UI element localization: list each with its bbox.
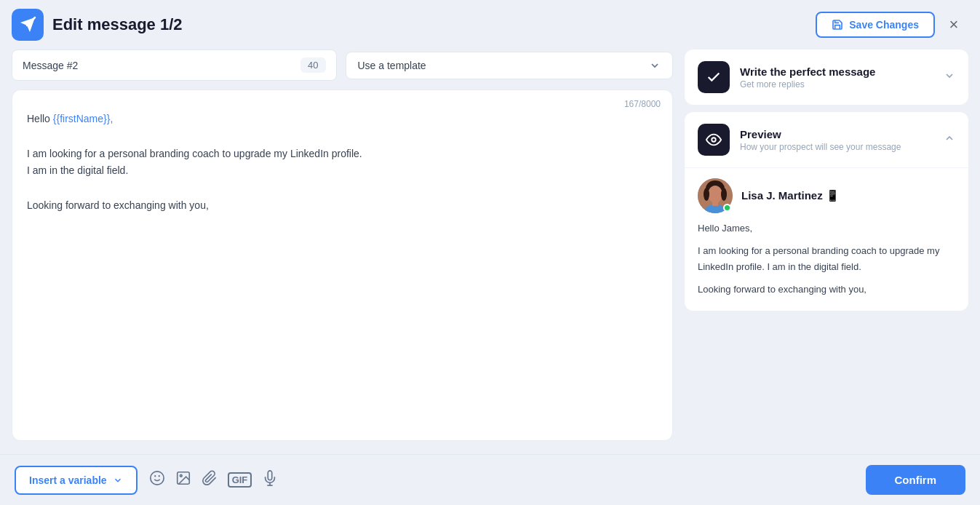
preview-message: Hello James, I am looking for a personal…: [698, 220, 955, 298]
preview-card-header[interactable]: Preview How your prospect will see your …: [685, 112, 968, 167]
close-button[interactable]: ×: [942, 13, 965, 36]
avatar-wrapper: [698, 178, 733, 213]
page-title: Edit message 1/2: [52, 15, 183, 34]
confirm-button[interactable]: Confirm: [866, 465, 966, 495]
microphone-icon[interactable]: [262, 470, 278, 490]
save-changes-button[interactable]: Save Changes: [816, 12, 935, 38]
preview-text: Preview How your prospect will see your …: [740, 128, 901, 152]
preview-icon: [698, 124, 730, 156]
preview-title: Preview: [740, 128, 901, 140]
write-message-text: Write the perfect message Get more repli…: [740, 65, 875, 90]
main-content: Message #2 40 Use a template 167/8000 He…: [0, 49, 980, 453]
online-indicator: [723, 204, 731, 212]
chevron-down-icon: [649, 60, 661, 71]
svg-point-5: [721, 188, 727, 201]
image-icon[interactable]: [175, 470, 191, 490]
preview-username: Lisa J. Martinez 📱: [741, 189, 840, 202]
template-placeholder: Use a template: [358, 60, 426, 71]
svg-point-3: [708, 186, 722, 203]
attachment-icon[interactable]: [202, 470, 218, 490]
message-text: Hello {{firstName}}, I am looking for a …: [27, 105, 658, 215]
preview-user-row: Lisa J. Martinez 📱: [698, 168, 955, 220]
preview-card: Preview How your prospect will see your …: [685, 112, 968, 311]
greeting-text: Hello: [27, 113, 53, 124]
message-line2: I am in the digital field.: [27, 162, 658, 180]
char-counter: 167/8000: [624, 99, 661, 109]
right-panel: Write the perfect message Get more repli…: [685, 49, 968, 441]
write-message-header-left: Write the perfect message Get more repli…: [698, 61, 875, 93]
write-message-chevron: [944, 70, 955, 84]
message-line1: I am looking for a personal branding coa…: [27, 146, 658, 163]
svg-point-4: [704, 188, 709, 201]
message-label: Message #2: [23, 60, 78, 71]
bottom-toolbar: Insert a variable: [0, 454, 980, 505]
firstname-variable: {{firstName}},: [53, 113, 113, 124]
header-right: Save Changes ×: [816, 12, 965, 38]
write-message-header[interactable]: Write the perfect message Get more repli…: [685, 49, 968, 105]
write-message-subtitle: Get more replies: [740, 79, 875, 90]
insert-variable-label: Insert a variable: [29, 474, 107, 486]
chevron-down-small-icon: [113, 475, 123, 485]
template-select[interactable]: Use a template: [346, 52, 674, 79]
message-line3: Looking forward to exchanging with you,: [27, 197, 658, 215]
write-message-card: Write the perfect message Get more repli…: [685, 49, 968, 105]
app-logo: [12, 9, 44, 41]
preview-line2: I am looking for a personal branding coa…: [698, 243, 955, 274]
header: Edit message 1/2 Save Changes ×: [0, 0, 980, 49]
gif-icon[interactable]: GIF: [228, 472, 252, 488]
preview-header-left: Preview How your prospect will see your …: [698, 124, 901, 156]
svg-point-0: [712, 138, 716, 142]
preview-subtitle: How your prospect will see your message: [740, 142, 901, 152]
emoji-icon[interactable]: [149, 470, 165, 490]
preview-line1: Hello James,: [698, 220, 955, 236]
header-left: Edit message 1/2: [12, 9, 183, 41]
message-editor[interactable]: 167/8000 Hello {{firstName}}, I am looki…: [12, 90, 673, 441]
char-badge: 40: [300, 57, 325, 73]
preview-line3: Looking forward to exchanging with you,: [698, 282, 955, 297]
preview-body: Lisa J. Martinez 📱 Hello James, I am loo…: [685, 167, 968, 311]
message-label-box: Message #2 40: [12, 49, 337, 81]
toolbar-left: Insert a variable: [15, 466, 278, 495]
svg-point-8: [150, 472, 163, 485]
toolbar-icons: GIF: [149, 470, 279, 490]
insert-variable-button[interactable]: Insert a variable: [15, 466, 138, 495]
write-message-title: Write the perfect message: [740, 65, 875, 78]
save-label: Save Changes: [849, 19, 919, 31]
svg-point-12: [180, 474, 182, 477]
controls-row: Message #2 40 Use a template: [12, 49, 673, 81]
svg-rect-7: [712, 202, 718, 206]
write-message-icon: [698, 61, 730, 93]
preview-chevron-up-icon: [944, 132, 955, 147]
left-panel: Message #2 40 Use a template 167/8000 He…: [12, 49, 673, 441]
